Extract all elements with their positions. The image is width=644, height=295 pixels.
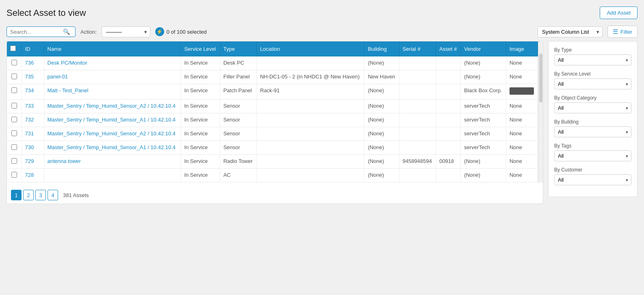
action-select[interactable]: ——— — [102, 26, 150, 37]
row-asset-num — [436, 113, 461, 127]
filter-tags-select[interactable]: All — [554, 150, 631, 161]
page-4-button[interactable]: 4 — [48, 190, 58, 200]
row-serial — [399, 127, 436, 141]
row-id[interactable]: 730 — [22, 141, 44, 155]
page-3-button[interactable]: 3 — [35, 190, 46, 200]
row-asset-num — [436, 127, 461, 141]
add-asset-button[interactable]: Add Asset — [600, 7, 637, 19]
filter-customer-label: By Customer — [554, 167, 631, 173]
selected-count-text: 0 of 100 selected — [167, 29, 207, 35]
row-image: None — [506, 127, 538, 141]
row-location — [256, 155, 364, 169]
row-vendor: (None) — [461, 70, 506, 84]
scrollbar-thumb[interactable] — [539, 54, 542, 102]
filter-label: Filter — [620, 29, 632, 35]
row-image: None — [506, 169, 538, 182]
pagination: 1 2 3 4 381 Assets — [7, 187, 543, 204]
filter-building-select[interactable]: All — [554, 126, 631, 137]
row-asset-num — [436, 56, 461, 70]
row-image: None — [506, 155, 538, 169]
table-row: 730Master_Sentry / Temp_Humid_Sensor_A1 … — [7, 141, 538, 155]
filter-sidebar: By Type All By Service Level All — [548, 41, 637, 204]
row-id[interactable]: 736 — [22, 56, 44, 70]
col-image: Image — [506, 41, 538, 56]
row-name[interactable]: Master_Sentry / Temp_Humid_Sensor_A2 / 1… — [44, 100, 181, 113]
table-row: 736Desk PC/MonitorIn ServiceDesk PC(None… — [7, 56, 538, 70]
row-name[interactable]: antenna tower — [44, 155, 181, 169]
row-id[interactable]: 728 — [22, 169, 44, 182]
table-row: 728In ServiceAC(None)(None)None — [7, 169, 538, 182]
row-checkbox-0[interactable] — [11, 60, 17, 65]
row-name[interactable]: panel-01 — [44, 70, 181, 84]
row-type: Sensor — [220, 100, 256, 113]
row-name[interactable]: Matt - Test_Panel — [44, 84, 181, 100]
row-asset-num — [436, 100, 461, 113]
row-id[interactable]: 732 — [22, 113, 44, 127]
row-id[interactable]: 731 — [22, 127, 44, 141]
row-id[interactable]: 735 — [22, 70, 44, 84]
filter-by-object-category: By Object Category All — [554, 95, 631, 113]
row-asset-num — [436, 70, 461, 84]
table-row: 735panel-01In ServiceFiller PanelNH-DC1-… — [7, 70, 538, 84]
row-checkbox-2[interactable] — [11, 87, 17, 93]
search-input[interactable] — [10, 29, 63, 35]
row-name[interactable] — [44, 169, 181, 182]
row-service-level: In Service — [181, 113, 220, 127]
row-location — [256, 169, 364, 182]
col-name: Name — [44, 41, 181, 56]
row-building: (None) — [364, 141, 399, 155]
row-id[interactable]: 729 — [22, 155, 44, 169]
col-asset-num: Asset # — [436, 41, 461, 56]
row-image: None — [506, 56, 538, 70]
row-type: AC — [220, 169, 256, 182]
scrollbar-track[interactable] — [538, 41, 543, 182]
select-all-checkbox[interactable] — [10, 46, 16, 51]
row-checkbox-3[interactable] — [11, 103, 17, 108]
row-id[interactable]: 734 — [22, 84, 44, 100]
row-building: (None) — [364, 113, 399, 127]
row-location: NH-DC1-05 - 2 (in NHDC1 @ New Haven) — [256, 70, 364, 84]
filter-object-category-select[interactable]: All — [554, 102, 631, 113]
row-vendor: serverTech — [461, 141, 506, 155]
row-serial — [399, 70, 436, 84]
filter-service-level-select[interactable]: All — [554, 78, 631, 89]
selected-count-badge: ⚡ — [155, 27, 164, 36]
filter-button[interactable]: ☰ Filter — [607, 26, 637, 38]
row-image: None — [506, 70, 538, 84]
row-name[interactable]: Master_Sentry / Temp_Humid_Sensor_A2 / 1… — [44, 127, 181, 141]
row-type: Radio Tower — [220, 155, 256, 169]
row-location — [256, 113, 364, 127]
row-name[interactable]: Master_Sentry / Temp_Humid_Sensor_A1 / 1… — [44, 113, 181, 127]
row-building: New Haven — [364, 70, 399, 84]
row-vendor: (None) — [461, 56, 506, 70]
row-checkbox-8[interactable] — [11, 172, 17, 178]
row-image: None — [506, 141, 538, 155]
row-checkbox-cell — [7, 127, 22, 141]
row-checkbox-6[interactable] — [11, 144, 17, 150]
filter-type-select[interactable]: All — [554, 54, 631, 65]
row-serial — [399, 113, 436, 127]
row-name[interactable]: Desk PC/Monitor — [44, 56, 181, 70]
page-2-button[interactable]: 2 — [23, 190, 34, 200]
row-checkbox-cell — [7, 113, 22, 127]
filter-by-building: By Building All — [554, 119, 631, 137]
row-name[interactable]: Master_Sentry / Temp_Humid_Sensor_A1 / 1… — [44, 141, 181, 155]
page-1-button[interactable]: 1 — [11, 190, 22, 200]
row-checkbox-4[interactable] — [11, 117, 17, 122]
row-vendor: serverTech — [461, 127, 506, 141]
row-id[interactable]: 733 — [22, 100, 44, 113]
filter-service-level-label: By Service Level — [554, 71, 631, 77]
row-type: Sensor — [220, 141, 256, 155]
row-checkbox-7[interactable] — [11, 158, 17, 164]
row-building: (None) — [364, 127, 399, 141]
row-checkbox-5[interactable] — [11, 130, 17, 136]
row-image — [506, 84, 538, 100]
search-icon: 🔍 — [63, 28, 70, 35]
row-building: (None) — [364, 84, 399, 100]
row-vendor: (None) — [461, 155, 506, 169]
col-id: ID — [22, 41, 44, 56]
row-checkbox-1[interactable] — [11, 74, 17, 79]
filter-customer-select[interactable]: All — [554, 174, 631, 185]
selected-count-wrapper: ⚡ 0 of 100 selected — [155, 27, 207, 36]
column-list-select[interactable]: System Column List — [538, 26, 603, 37]
